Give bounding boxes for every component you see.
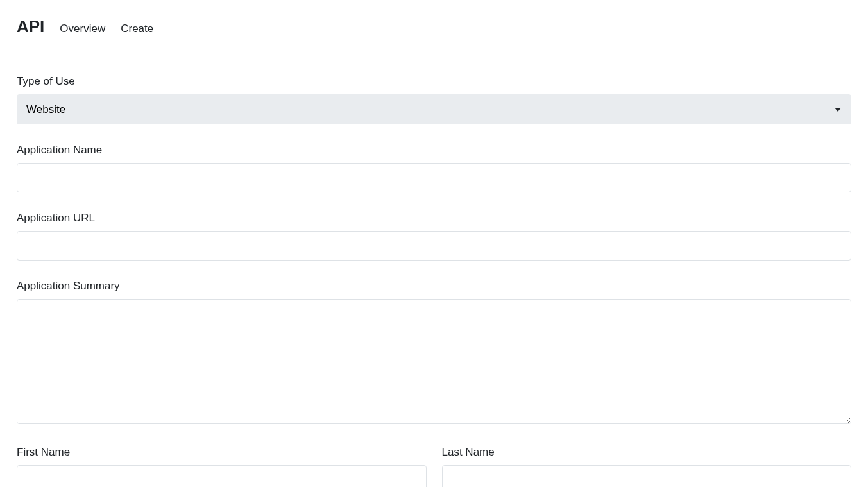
last-name-label: Last Name — [442, 446, 852, 459]
nav-link-create[interactable]: Create — [121, 22, 153, 35]
application-url-input[interactable] — [17, 231, 851, 261]
application-summary-label: Application Summary — [17, 280, 851, 293]
field-first-name: First Name — [17, 446, 427, 487]
last-name-input[interactable] — [442, 465, 852, 487]
page-header: API Overview Create — [17, 17, 851, 37]
type-of-use-label: Type of Use — [17, 75, 851, 88]
type-of-use-select[interactable]: Website — [17, 94, 851, 124]
nav-link-overview[interactable]: Overview — [60, 22, 105, 35]
field-application-summary: Application Summary — [17, 280, 851, 427]
first-name-input[interactable] — [17, 465, 427, 487]
field-last-name: Last Name — [442, 446, 852, 487]
brand-title: API — [17, 17, 44, 37]
application-name-input[interactable] — [17, 163, 851, 192]
name-row: First Name Last Name — [17, 446, 851, 487]
application-name-label: Application Name — [17, 144, 851, 157]
type-of-use-select-wrapper: Website — [17, 94, 851, 124]
field-application-url: Application URL — [17, 212, 851, 261]
field-application-name: Application Name — [17, 144, 851, 192]
field-type-of-use: Type of Use Website — [17, 75, 851, 124]
application-summary-textarea[interactable] — [17, 299, 851, 424]
first-name-label: First Name — [17, 446, 427, 459]
application-url-label: Application URL — [17, 212, 851, 225]
